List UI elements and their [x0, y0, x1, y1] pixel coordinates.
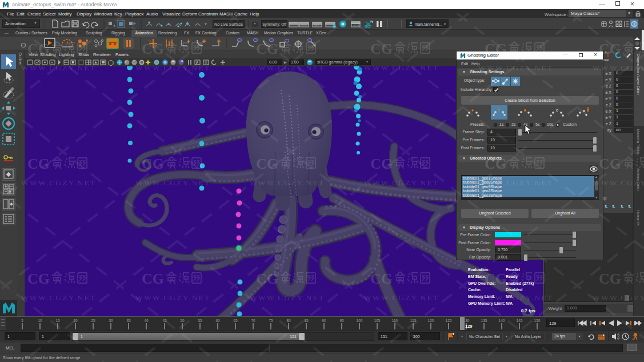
- svg-text:85: 85: [304, 319, 309, 323]
- svg-text:135: 135: [481, 319, 487, 323]
- svg-text:110: 110: [392, 319, 398, 323]
- svg-text:40: 40: [144, 319, 149, 323]
- svg-text:145: 145: [517, 319, 523, 323]
- svg-text:15: 15: [55, 319, 60, 323]
- svg-text:95: 95: [339, 319, 344, 323]
- svg-text:100: 100: [357, 319, 363, 323]
- svg-text:90: 90: [322, 319, 326, 323]
- svg-text:50: 50: [180, 319, 185, 323]
- svg-text:125: 125: [446, 319, 452, 323]
- svg-text:115: 115: [410, 319, 417, 323]
- svg-text:35: 35: [126, 319, 131, 323]
- svg-text:65: 65: [233, 319, 238, 323]
- svg-text:140: 140: [499, 319, 505, 323]
- svg-text:80: 80: [286, 319, 291, 323]
- svg-text:5: 5: [21, 319, 23, 323]
- svg-text:150: 150: [534, 319, 541, 323]
- svg-text:DPX: DPX: [314, 24, 319, 27]
- svg-text:10: 10: [38, 319, 42, 323]
- svg-text:105: 105: [374, 319, 381, 323]
- svg-text:75: 75: [269, 319, 273, 323]
- svg-text:25: 25: [91, 319, 95, 323]
- svg-text:30: 30: [109, 319, 113, 323]
- svg-text:55: 55: [198, 319, 202, 323]
- svg-text:129: 129: [465, 324, 473, 329]
- svg-text:120: 120: [428, 319, 434, 323]
- svg-text:60: 60: [215, 319, 220, 323]
- svg-text:70: 70: [251, 319, 255, 323]
- svg-text:20: 20: [73, 319, 78, 323]
- svg-text:45: 45: [162, 319, 167, 323]
